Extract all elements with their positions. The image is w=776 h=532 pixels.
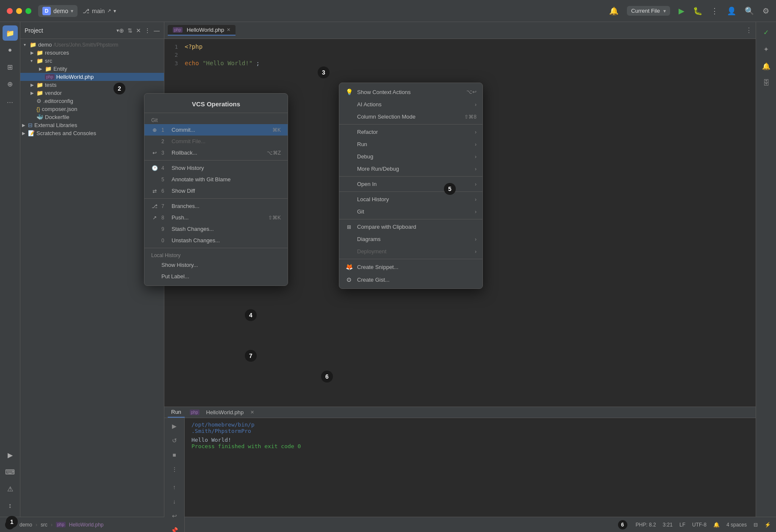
ctx-item-diagrams[interactable]: Diagrams › <box>339 233 482 245</box>
vcs-item-branches[interactable]: ⎇ 7 Branches... <box>144 200 288 212</box>
history-icon: 🕐 <box>151 165 158 171</box>
vcs-item-put-label[interactable]: Put Label... <box>144 271 288 282</box>
vcs-item-show-history[interactable]: 🕐 4 Show History <box>144 162 288 174</box>
editor-tab-helloworld[interactable]: php HelloWorld.php ✕ <box>168 25 236 36</box>
more-icon[interactable]: ⋮ <box>168 463 181 476</box>
tree-item-scratches[interactable]: ▶ 📝 Scratches and Consoles <box>20 129 164 137</box>
tree-item-vendor[interactable]: ▶ 📁 vendor <box>20 89 164 97</box>
gear-icon[interactable]: ⋮ <box>144 27 150 34</box>
sidebar-icon-run[interactable]: ▶ <box>3 447 18 463</box>
bottom-tab-run[interactable]: Run <box>168 407 185 418</box>
database-icon[interactable]: 🗄 <box>759 76 773 90</box>
sidebar-icon-terminal[interactable]: ⌨ <box>3 464 18 479</box>
ctx-item-refactor[interactable]: Refactor › <box>339 126 482 138</box>
vcs-item-stash[interactable]: 9 Stash Changes... <box>144 223 288 235</box>
tree-item-resources[interactable]: ▶ 📁 resources <box>20 49 164 57</box>
bottom-tab-helloworld[interactable]: HelloWorld.php <box>203 407 247 417</box>
sidebar-icon-git-bottom[interactable]: ↕ <box>3 498 18 513</box>
tree-item-external[interactable]: ▶ ⊟ External Libraries <box>20 121 164 129</box>
tab-more-button[interactable]: ⋮ <box>746 26 752 34</box>
vcs-item-show-diff[interactable]: ⇄ 6 Show Diff <box>144 185 288 197</box>
bulb-icon: 💡 <box>345 89 353 95</box>
sidebar-icon-vcs[interactable]: ● <box>3 42 18 58</box>
minimize-button[interactable] <box>16 8 22 14</box>
debug-button[interactable]: 🐛 <box>693 6 702 16</box>
tree-label-demo: demo <box>38 42 52 48</box>
tree-item-editorconfig[interactable]: ⚙ .editorconfig <box>20 97 164 105</box>
project-selector[interactable]: D demo ▾ <box>38 5 78 17</box>
ctx-item-more-run-debug[interactable]: More Run/Debug › <box>339 163 482 175</box>
minimize-panel-icon[interactable]: — <box>154 27 160 34</box>
vcs-item-show-history-local[interactable]: Show History... <box>144 259 288 271</box>
run-button[interactable]: ▶ <box>679 6 685 16</box>
statusbar-php-version[interactable]: PHP: 8.2 <box>636 522 656 528</box>
tree-item-composerjson[interactable]: {} composer.json <box>20 105 164 113</box>
statusbar-encoding[interactable]: UTF-8 <box>692 522 707 528</box>
bottom-tab-close[interactable]: ✕ <box>250 410 254 415</box>
scroll-down-icon[interactable]: ↓ <box>168 495 181 508</box>
ctx-item-column-selection[interactable]: Column Selection Mode ⇧⌘8 <box>339 111 482 123</box>
expand-icon[interactable]: ⇅ <box>127 27 133 34</box>
statusbar-line-ending[interactable]: LF <box>679 522 685 528</box>
notifications-right-icon[interactable]: 🔔 <box>759 59 773 73</box>
run-again-icon[interactable]: ▶ <box>168 420 181 432</box>
branch-selector[interactable]: ⎇ main ↗ ▾ <box>83 8 116 14</box>
people-icon[interactable]: 👤 <box>727 6 736 16</box>
ctx-label-show-context-actions: Show Context Actions <box>357 89 462 95</box>
more-actions-icon[interactable]: ⋮ <box>711 6 718 16</box>
notifications-icon[interactable]: 🔔 <box>609 6 618 16</box>
sidebar-icon-project[interactable]: 📁 <box>3 25 18 41</box>
rerun-icon[interactable]: ↺ <box>168 434 181 447</box>
sidebar-icon-structure[interactable]: ⊞ <box>3 59 18 75</box>
vcs-num-4: 4 <box>161 165 168 171</box>
stop-icon[interactable]: ■ <box>168 449 181 461</box>
ctx-item-debug[interactable]: Debug › <box>339 150 482 163</box>
sidebar-icon-plugins[interactable]: ⊕ <box>3 76 18 91</box>
tree-item-helloworld[interactable]: php HelloWorld.php <box>20 73 164 81</box>
ctx-item-compare-clipboard[interactable]: ⊞ Compare with Clipboard <box>339 221 482 233</box>
statusbar-indent-icon[interactable]: ⊟ <box>754 522 758 528</box>
ctx-item-ai-actions[interactable]: AI Actions › <box>339 98 482 111</box>
scroll-up-icon[interactable]: ↑ <box>168 481 181 493</box>
statusbar-notifications-icon[interactable]: 🔔 <box>713 522 720 528</box>
vcs-item-commit[interactable]: ⊕ 1 Commit... ⌘K <box>144 124 288 136</box>
ctx-item-git[interactable]: Git › <box>339 205 482 218</box>
ctx-item-create-gist[interactable]: ⊙ Create Gist... <box>339 273 482 286</box>
ctx-item-open-in[interactable]: Open In › <box>339 178 482 190</box>
tab-close-button[interactable]: ✕ <box>227 27 230 33</box>
ctx-item-run[interactable]: Run › <box>339 138 482 150</box>
vcs-item-rollback[interactable]: ↩ 3 Rollback... ⌥⌘Z <box>144 147 288 158</box>
sidebar-icon-problems[interactable]: ⚠ <box>3 481 18 496</box>
ctx-item-local-history[interactable]: Local History › <box>339 193 482 205</box>
breadcrumb-helloworld: HelloWorld.php <box>69 522 104 528</box>
close-button[interactable] <box>7 8 13 14</box>
ctx-label-more-run-debug: More Run/Debug <box>357 166 471 172</box>
tree-item-entity[interactable]: ▶ 📁 Entity <box>20 65 164 73</box>
vcs-item-unstash[interactable]: 0 Unstash Changes... <box>144 235 288 246</box>
tree-label-resources: resources <box>45 50 69 56</box>
magic-wand-icon[interactable]: ✦ <box>759 42 773 56</box>
vcs-item-annotate[interactable]: 5 Annotate with Git Blame <box>144 174 288 185</box>
tree-item-tests[interactable]: ▶ 📁 tests <box>20 81 164 89</box>
statusbar-power-icon[interactable]: ⚡ <box>765 522 771 528</box>
tree-arrow: ▾ <box>30 58 36 63</box>
vcs-check-icon[interactable]: ✓ <box>759 25 773 39</box>
tree-item-src[interactable]: ▾ 📁 src <box>20 57 164 65</box>
tree-item-dockerfile[interactable]: 🐳 Dockerfile <box>20 113 164 121</box>
vcs-popup: VCS Operations Git ⊕ 1 Commit... ⌘K 2 Co… <box>144 93 288 286</box>
statusbar-cursor[interactable]: 3:21 <box>663 522 673 528</box>
tree-label-composerjson: composer.json <box>42 106 78 112</box>
run-config-selector[interactable]: Current File ▾ <box>627 6 670 16</box>
vcs-num-2: 2 <box>161 139 168 144</box>
locate-icon[interactable]: ⊕ <box>119 27 124 34</box>
ctx-item-create-snippet[interactable]: 🦊 Create Snippet... <box>339 260 482 273</box>
search-everywhere-icon[interactable]: 🔍 <box>745 6 754 16</box>
sidebar-icon-more[interactable]: … <box>3 93 18 108</box>
maximize-button[interactable] <box>25 8 31 14</box>
settings-icon[interactable]: ⚙ <box>762 6 769 16</box>
tree-item-demo-root[interactable]: ▾ 📁 demo /Users/John.Smith/Phpstorm <box>20 41 164 49</box>
collapse-icon[interactable]: ✕ <box>136 27 141 34</box>
ctx-item-show-context-actions[interactable]: 💡 Show Context Actions ⌥↩ <box>339 86 482 98</box>
vcs-item-push[interactable]: ↗ 8 Push... ⇧⌘K <box>144 212 288 223</box>
statusbar-indent[interactable]: 4 spaces <box>726 522 747 528</box>
